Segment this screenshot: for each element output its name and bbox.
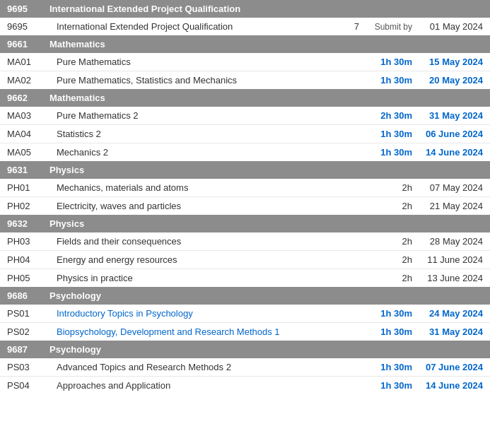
row-title: Pure Mathematics	[57, 57, 349, 67]
row-date: 28 May 2024	[412, 236, 483, 247]
row-code: PH03	[7, 236, 57, 247]
row-date: 24 May 2024	[412, 308, 483, 319]
row-title: Pure Mathematics, Statistics and Mechani…	[57, 75, 349, 86]
section-header: 9632Physics	[0, 215, 490, 232]
row-date: 01 May 2024	[412, 21, 483, 32]
row-date: 06 June 2024	[412, 129, 483, 139]
row-duration: 2h	[349, 273, 412, 283]
section-code: 9662	[7, 93, 49, 103]
section-header: 9631Physics	[0, 161, 490, 179]
section-header: 9695International Extended Project Quali…	[0, 0, 490, 18]
row-code: PH04	[7, 254, 57, 265]
section-header: 9661Mathematics	[0, 35, 490, 53]
row-duration: 1h 30m	[349, 129, 412, 139]
row-code: 9695	[7, 21, 57, 32]
row-code: MA02	[7, 75, 57, 86]
table-row: MA03Pure Mathematics 22h 30m31 May 2024	[0, 107, 490, 125]
row-duration: 1h 30m	[349, 57, 412, 67]
row-code: PS03	[7, 362, 57, 372]
section-title: Physics	[49, 165, 84, 175]
table-row: PH02Electricity, waves and particles2h21…	[0, 197, 490, 215]
row-title: Electricity, waves and particles	[57, 201, 349, 211]
exam-timetable: 9695International Extended Project Quali…	[0, 0, 490, 394]
row-duration: 2h	[349, 182, 412, 193]
section-header: 9686Psychology	[0, 287, 490, 305]
row-date: 31 May 2024	[412, 326, 483, 337]
row-code: PH01	[7, 182, 57, 193]
table-row: PH04Energy and energy resources2h11 June…	[0, 251, 490, 269]
row-duration: 2h 30m	[349, 110, 412, 121]
section-code: 9695	[7, 4, 49, 14]
section-title: Psychology	[49, 344, 101, 355]
section-title: International Extended Project Qualifica…	[49, 4, 240, 14]
row-title: Mechanics 2	[57, 147, 349, 158]
row-title: International Extended Project Qualifica…	[57, 21, 296, 32]
row-code: PH05	[7, 273, 57, 283]
rows-container: 9695International Extended Project Quali…	[0, 18, 490, 35]
row-code: MA04	[7, 129, 57, 139]
row-duration: 1h 30m	[349, 362, 412, 372]
row-date: 15 May 2024	[412, 57, 483, 67]
row-date: 14 June 2024	[412, 380, 483, 391]
row-date: 13 June 2024	[412, 273, 483, 283]
row-duration: 1h 30m	[349, 75, 412, 86]
section-code: 9631	[7, 165, 49, 175]
table-row: PS03Advanced Topics and Research Methods…	[0, 358, 490, 377]
section-header: 9687Psychology	[0, 341, 490, 358]
row-duration: 7	[296, 21, 359, 32]
table-row: MA05Mechanics 21h 30m14 June 2024	[0, 143, 490, 161]
row-duration: 2h	[349, 236, 412, 247]
row-code: PS02	[7, 326, 57, 337]
row-title: Introductory Topics in Psychology	[57, 308, 349, 319]
row-duration: 2h	[349, 254, 412, 265]
row-code: PH02	[7, 201, 57, 211]
row-date: 14 June 2024	[412, 147, 483, 158]
rows-container: PS03Advanced Topics and Research Methods…	[0, 358, 490, 394]
row-duration: 1h 30m	[349, 380, 412, 391]
row-title: Statistics 2	[57, 129, 349, 139]
row-duration: 1h 30m	[349, 147, 412, 158]
row-duration: 1h 30m	[349, 326, 412, 337]
rows-container: MA01Pure Mathematics1h 30m15 May 2024MA0…	[0, 53, 490, 89]
row-code: PS01	[7, 308, 57, 319]
row-title: Advanced Topics and Research Methods 2	[57, 362, 349, 372]
table-row: PH03Fields and their consequences2h28 Ma…	[0, 232, 490, 251]
section-code: 9686	[7, 290, 49, 301]
table-row: MA01Pure Mathematics1h 30m15 May 2024	[0, 53, 490, 71]
rows-container: MA03Pure Mathematics 22h 30m31 May 2024M…	[0, 107, 490, 161]
submit-label: Submit by	[359, 22, 412, 32]
row-date: 20 May 2024	[412, 75, 483, 86]
row-duration: 2h	[349, 201, 412, 211]
section-title: Mathematics	[49, 93, 105, 103]
row-date: 07 June 2024	[412, 362, 483, 372]
section-code: 9632	[7, 218, 49, 229]
row-date: 21 May 2024	[412, 201, 483, 211]
section-code: 9661	[7, 39, 49, 49]
section-title: Psychology	[49, 290, 101, 301]
row-date: 11 June 2024	[412, 254, 483, 265]
row-code: PS04	[7, 380, 57, 391]
section-code: 9687	[7, 344, 49, 355]
table-row: MA02Pure Mathematics, Statistics and Mec…	[0, 71, 490, 89]
row-code: MA01	[7, 57, 57, 67]
row-title: Mechanics, materials and atoms	[57, 182, 349, 193]
rows-container: PS01Introductory Topics in Psychology1h …	[0, 305, 490, 341]
table-row: PS04Approaches and Application1h 30m14 J…	[0, 377, 490, 394]
row-date: 31 May 2024	[412, 110, 483, 121]
section-title: Mathematics	[49, 39, 105, 49]
table-row: PH01Mechanics, materials and atoms2h07 M…	[0, 179, 490, 197]
row-title: Fields and their consequences	[57, 236, 349, 247]
table-row: PH05Physics in practice2h13 June 2024	[0, 269, 490, 287]
row-date: 07 May 2024	[412, 182, 483, 193]
section-title: Physics	[49, 218, 84, 229]
rows-container: PH03Fields and their consequences2h28 Ma…	[0, 232, 490, 287]
row-title: Approaches and Application	[57, 380, 349, 391]
section-header: 9662Mathematics	[0, 89, 490, 107]
table-row: PS01Introductory Topics in Psychology1h …	[0, 305, 490, 323]
rows-container: PH01Mechanics, materials and atoms2h07 M…	[0, 179, 490, 215]
table-row: MA04Statistics 21h 30m06 June 2024	[0, 125, 490, 143]
row-title: Physics in practice	[57, 273, 349, 283]
row-duration: 1h 30m	[349, 308, 412, 319]
row-title: Pure Mathematics 2	[57, 110, 349, 121]
row-code: MA03	[7, 110, 57, 121]
